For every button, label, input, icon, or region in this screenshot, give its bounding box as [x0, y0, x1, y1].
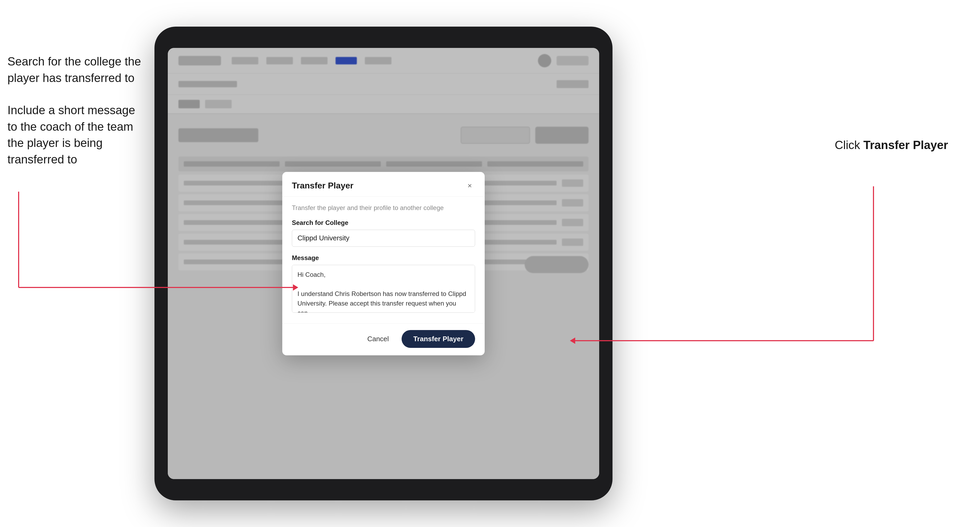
message-textarea[interactable]: Hi Coach, I understand Chris Robertson h…: [292, 265, 475, 313]
cancel-label: Cancel: [367, 335, 389, 343]
annotation-right: Click Transfer Player: [835, 138, 948, 152]
transfer-player-label: Transfer Player: [413, 335, 463, 343]
annotation-text-1: Search for the college the player has tr…: [8, 53, 146, 86]
modal-description: Transfer the player and their profile to…: [292, 204, 475, 211]
annotation-text-2: Include a short message to the coach of …: [8, 102, 146, 167]
search-college-label: Search for College: [292, 219, 475, 227]
ipad-device: Transfer Player × Transfer the player an…: [154, 27, 612, 500]
modal-header: Transfer Player ×: [282, 172, 485, 197]
modal-footer: Cancel Transfer Player: [282, 323, 485, 355]
modal-title: Transfer Player: [292, 181, 353, 190]
transfer-player-button[interactable]: Transfer Player: [402, 330, 475, 348]
close-icon: ×: [468, 182, 472, 189]
ipad-screen: Transfer Player × Transfer the player an…: [168, 48, 599, 479]
modal-body: Transfer the player and their profile to…: [282, 197, 485, 323]
modal-close-button[interactable]: ×: [465, 181, 475, 191]
annotation-left: Search for the college the player has tr…: [8, 53, 146, 184]
transfer-player-modal: Transfer Player × Transfer the player an…: [282, 172, 485, 355]
modal-overlay: Transfer Player × Transfer the player an…: [168, 48, 599, 479]
cancel-button[interactable]: Cancel: [361, 332, 395, 346]
search-college-input[interactable]: [292, 230, 475, 247]
annotation-text-right: Transfer Player: [863, 138, 948, 151]
message-label: Message: [292, 254, 475, 262]
